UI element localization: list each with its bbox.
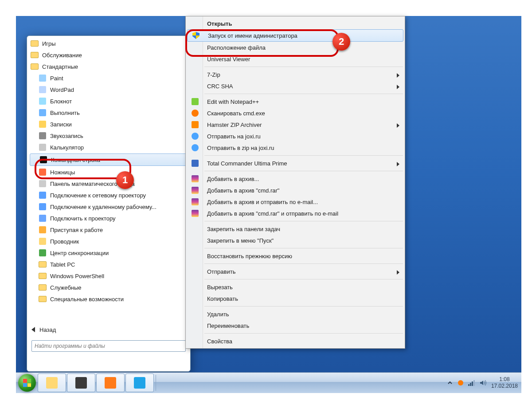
context-menu-item[interactable]: Переименовать — [187, 320, 404, 331]
context-menu-item[interactable]: Открыть — [187, 18, 404, 29]
start-menu-item[interactable]: Специальные возможности — [29, 293, 188, 305]
item-label: Paint — [50, 75, 63, 82]
npp-icon — [191, 97, 200, 106]
start-menu-item[interactable]: Обслуживание — [29, 49, 188, 61]
app-icon — [39, 109, 47, 117]
context-menu-item[interactable]: Закрепить в меню "Пуск" — [187, 235, 404, 246]
start-menu-item[interactable]: Подключение к удаленному рабочему... — [29, 201, 188, 212]
rar-icon — [191, 197, 200, 206]
context-menu-item[interactable]: Hamster ZIP Archiver — [187, 119, 404, 130]
item-label: Подключение к сетевому проектору — [50, 192, 146, 199]
taskbar-clock[interactable]: 1:08 17.02.2018 — [491, 376, 518, 389]
start-menu-item[interactable]: Paint — [29, 72, 188, 84]
start-menu-back[interactable]: Назад — [29, 323, 188, 336]
context-menu-item[interactable]: Удалить — [187, 308, 404, 320]
menu-item-label: Сканировать cmd.exe — [207, 110, 265, 117]
start-menu-item[interactable]: Калькулятор — [29, 142, 188, 153]
context-menu-separator — [204, 333, 403, 334]
context-menu-item[interactable]: Добавить в архив и отправить по e-mail..… — [187, 196, 404, 208]
context-menu-item[interactable]: Добавить в архив... — [187, 173, 404, 185]
context-menu-item[interactable]: Свойства — [187, 335, 404, 347]
taskbar-button-skype[interactable] — [125, 374, 154, 392]
joxi-icon — [191, 143, 200, 152]
app-icon — [39, 156, 47, 164]
context-menu-item[interactable]: Отправить в zip на joxi.ru — [187, 142, 404, 153]
context-menu-item[interactable]: CRC SHA — [187, 80, 404, 92]
start-menu-item[interactable]: Служебные — [29, 282, 188, 293]
rar-icon — [191, 174, 200, 183]
context-menu-separator — [204, 248, 403, 248]
menu-item-label: Свойства — [207, 338, 232, 345]
avast-tray-icon[interactable] — [458, 380, 464, 386]
app-icon — [39, 168, 47, 176]
start-menu-item[interactable]: Ножницы — [29, 166, 188, 178]
item-label: WordPad — [50, 87, 74, 93]
windows-orb-icon — [18, 374, 36, 392]
menu-item-label: Добавить в архив "cmd.rar" — [207, 187, 279, 194]
start-menu-item[interactable]: Блокнот — [29, 95, 188, 107]
context-menu-item[interactable]: Total Commander Ultima Prime — [187, 157, 404, 169]
tc-icon — [191, 159, 200, 168]
start-menu-item[interactable]: Звукозапись — [29, 130, 188, 142]
item-label: Tablet PC — [50, 261, 75, 268]
rar-icon — [191, 186, 200, 195]
explorer-icon — [46, 377, 58, 389]
start-menu-item[interactable]: Приступая к работе — [29, 224, 188, 236]
network-icon[interactable] — [468, 380, 475, 386]
start-menu-item[interactable]: Стандартные — [29, 61, 188, 72]
menu-item-label: Добавить в архив... — [207, 176, 259, 182]
context-menu-item[interactable]: 7-Zip — [187, 69, 404, 80]
system-tray[interactable]: 1:08 17.02.2018 — [443, 376, 521, 389]
arrow-left-icon — [31, 327, 35, 332]
context-menu-item[interactable]: Сканировать cmd.exe — [187, 107, 404, 119]
menu-item-label: Переименовать — [207, 322, 249, 329]
context-menu-item[interactable]: Отправить на joxi.ru — [187, 130, 404, 142]
context-menu-item[interactable]: Отправить — [187, 266, 404, 277]
start-menu-item[interactable]: Подключить к проектору — [29, 212, 188, 224]
tray-chevron-icon[interactable] — [447, 380, 453, 386]
start-menu-item[interactable]: Панель математического ввода — [29, 178, 188, 189]
context-menu-item[interactable]: Добавить в архив "cmd.rar" и отправить п… — [187, 208, 404, 219]
start-menu-item[interactable]: Windows PowerShell — [29, 270, 188, 282]
start-menu-item[interactable]: Игры — [29, 38, 188, 49]
context-menu-item[interactable]: Запуск от имени администратора — [187, 29, 403, 42]
start-menu-item[interactable]: Командная строка — [30, 153, 188, 166]
taskbar[interactable]: 1:08 17.02.2018 — [16, 372, 521, 393]
context-menu-separator — [204, 221, 403, 221]
context-menu-item[interactable]: Universal Viewer — [187, 53, 404, 65]
item-label: Приступая к работе — [50, 227, 103, 233]
folder-icon — [31, 63, 39, 71]
menu-item-label: Total Commander Ultima Prime — [207, 160, 287, 167]
volume-icon[interactable] — [480, 380, 487, 386]
start-menu-item[interactable]: Записки — [29, 118, 188, 130]
menu-item-label: Universal Viewer — [207, 56, 250, 63]
start-button[interactable] — [17, 373, 37, 393]
app-icon — [39, 74, 47, 82]
context-menu-item[interactable]: Добавить в архив "cmd.rar" — [187, 185, 404, 196]
annotation-badge-2: 2 — [332, 33, 350, 51]
app-icon — [39, 226, 47, 234]
start-menu-item[interactable]: Выполнить — [29, 107, 188, 118]
rar-icon — [191, 209, 200, 218]
start-menu-item[interactable]: Проводник — [29, 236, 188, 247]
context-menu-item[interactable]: Копировать — [187, 293, 404, 304]
context-menu-item[interactable]: Закрепить на панели задач — [187, 223, 404, 235]
context-menu-item[interactable]: Вырезать — [187, 281, 404, 293]
folder-icon — [39, 295, 47, 303]
start-menu-item[interactable]: WordPad — [29, 84, 188, 95]
start-menu-program-list[interactable]: ИгрыОбслуживаниеСтандартныеPaintWordPadБ… — [29, 38, 188, 322]
item-label: Служебные — [50, 284, 82, 291]
context-menu-item[interactable]: Расположение файла — [187, 42, 404, 53]
taskbar-button-firefox[interactable] — [96, 374, 125, 392]
start-menu-item[interactable]: Tablet PC — [29, 259, 188, 270]
app-icon — [39, 249, 47, 257]
search-input[interactable] — [31, 340, 186, 352]
context-menu-item[interactable]: Edit with Notepad++ — [187, 96, 404, 107]
context-menu-item[interactable]: Восстановить прежнюю версию — [187, 250, 404, 262]
taskbar-button-explorer[interactable] — [38, 374, 66, 392]
start-menu-item[interactable]: Подключение к сетевому проектору — [29, 189, 188, 201]
start-menu-item[interactable]: Центр синхронизации — [29, 247, 188, 259]
app-icon — [39, 214, 47, 222]
menu-item-label: CRC SHA — [207, 83, 233, 90]
taskbar-button-panda[interactable] — [67, 374, 95, 392]
